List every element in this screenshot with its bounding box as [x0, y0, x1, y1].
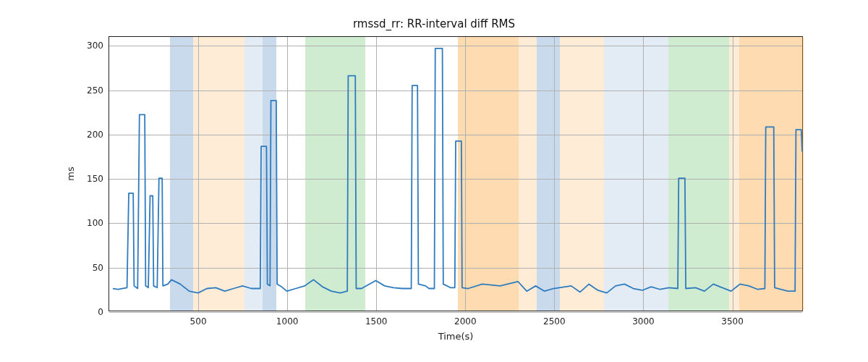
chart-container: rmssd_rr: RR-interval diff RMS ms Time(s… — [0, 0, 868, 362]
line-plot-svg — [109, 37, 802, 311]
x-tick-label: 500 — [190, 316, 207, 327]
x-tick-label: 2500 — [543, 316, 566, 327]
y-tick-label: 250 — [87, 85, 103, 96]
plot-area: ms Time(s) 05010015020025030050010001500… — [109, 36, 803, 311]
x-tick-label: 3000 — [632, 316, 655, 327]
x-axis-label: Time(s) — [438, 331, 474, 342]
y-tick-label: 300 — [87, 41, 103, 51]
y-tick-label: 0 — [98, 307, 103, 317]
x-tick-label: 2000 — [454, 316, 477, 327]
y-tick-label: 50 — [93, 263, 103, 273]
y-tick-label: 200 — [87, 130, 103, 140]
x-tick-label: 3500 — [721, 316, 744, 327]
gridline-h — [109, 312, 802, 313]
y-tick-label: 150 — [87, 174, 103, 184]
y-axis-label: ms — [65, 167, 76, 180]
chart-title: rmssd_rr: RR-interval diff RMS — [0, 17, 868, 30]
series-line — [113, 49, 802, 293]
y-tick-label: 100 — [87, 218, 103, 228]
x-tick-label: 1500 — [365, 316, 388, 327]
x-tick-label: 1000 — [276, 316, 299, 327]
